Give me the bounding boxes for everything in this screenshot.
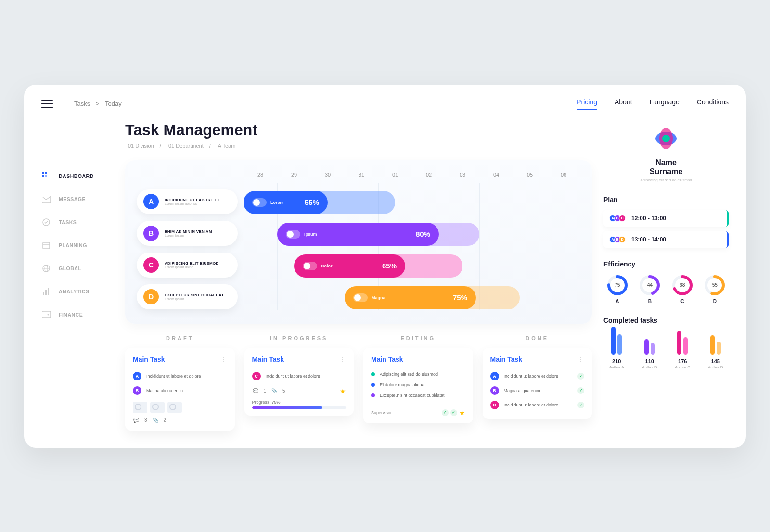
toggle-icon[interactable]: [303, 262, 317, 270]
gantt-task-card[interactable]: C ADIPISCING ELIT EIUSMODLorem ipsum dol…: [137, 253, 238, 278]
toggle-icon[interactable]: [252, 198, 267, 207]
svg-rect-4: [42, 196, 51, 203]
more-icon[interactable]: ⋮: [459, 355, 465, 363]
gantt-bar[interactable]: Lorem 55%: [244, 190, 580, 215]
avatar: A: [143, 194, 159, 209]
nav-about[interactable]: About: [615, 98, 632, 110]
profile-avatar[interactable]: [653, 125, 680, 152]
avatar: B: [143, 226, 159, 241]
svg-rect-0: [42, 172, 44, 174]
avatar: A: [133, 372, 141, 380]
efficiency-donut: 68 C: [668, 275, 696, 304]
more-icon[interactable]: ⋮: [220, 355, 227, 363]
check-icon: [578, 373, 584, 380]
sidebar-label: DASHBOARD: [59, 173, 94, 179]
gantt-chart: 28 29 30 31 01 02 03 04 05 06: [244, 172, 580, 310]
globe-icon: [41, 264, 51, 273]
breadcrumb: Tasks > Today: [72, 100, 577, 107]
nav-language[interactable]: Language: [650, 98, 680, 110]
efficiency-section: Efficiency 75 A 44 B 68 C 55: [603, 260, 729, 304]
bullet-icon: [371, 372, 375, 376]
attachment-icon: 📎: [152, 417, 159, 424]
bullet-icon: [371, 383, 375, 387]
check-icon: [450, 409, 457, 416]
gantt-panel: A INCIDIDUNT UT LABORE ETLorem ipsum dol…: [125, 160, 592, 324]
check-icon: [442, 409, 449, 416]
breadcrumb-item[interactable]: Tasks: [74, 100, 90, 107]
chart-icon: [41, 287, 51, 296]
plan-item[interactable]: ABD 13:00 - 14:00: [603, 231, 729, 248]
efficiency-donut: 44 B: [636, 275, 664, 304]
efficiency-donut: 55 D: [701, 275, 729, 304]
comment-icon: 💬: [252, 388, 259, 394]
calendar-icon: [41, 241, 51, 250]
sidebar-label: TASKS: [59, 219, 77, 225]
svg-rect-11: [43, 292, 44, 295]
sidebar-item-message[interactable]: MESSAGE: [41, 188, 114, 211]
gantt-task-card[interactable]: D EXCEPTEUR SINT OCCAECATLorem ipsum: [137, 284, 238, 309]
kanban-card[interactable]: Main Task ⋮ Adipiscing elit sed do eiusm…: [363, 348, 473, 423]
breadcrumb-item[interactable]: Today: [105, 100, 122, 107]
gantt-bar[interactable]: Ipsum 80%: [244, 222, 580, 247]
sidebar-item-finance[interactable]: FINANCE: [41, 303, 114, 326]
svg-rect-14: [42, 311, 51, 318]
svg-rect-3: [45, 175, 47, 177]
sidebar: DASHBOARD MESSAGE TASKS PLANNING GLOBAL …: [41, 121, 114, 431]
menu-icon[interactable]: [41, 100, 53, 108]
gantt-bar[interactable]: Dolor 65%: [244, 253, 580, 279]
header: Tasks > Today Pricing About Language Con…: [41, 98, 729, 110]
aside-panel: NameSurname Adipiscing elit sed do eiusm…: [603, 121, 729, 431]
kanban-col-editing: EDITING Main Task ⋮ Adipiscing elit sed …: [363, 335, 473, 431]
wallet-icon: [41, 310, 51, 319]
sidebar-item-tasks[interactable]: TASKS: [41, 211, 114, 234]
avatar: A: [490, 372, 499, 380]
svg-rect-1: [45, 172, 47, 174]
gantt-task-card[interactable]: B ENIM AD MINIM VENIAMLorem ipsum: [137, 221, 238, 246]
svg-point-18: [662, 135, 670, 142]
plan-item[interactable]: ABC 12:00 - 13:00: [603, 210, 729, 227]
kanban-card[interactable]: Main Task ⋮ AIncididunt ut labore et dol…: [483, 348, 592, 419]
check-icon: [578, 402, 584, 408]
kanban-col-done: DONE Main Task ⋮ AIncididunt ut labore e…: [483, 335, 592, 431]
kanban-card[interactable]: Main Task ⋮ CIncididunt ut labore et dol…: [244, 348, 354, 416]
sidebar-label: ANALYTICS: [59, 289, 90, 294]
avatar: D: [143, 289, 159, 304]
sidebar-label: PLANNING: [59, 242, 87, 248]
message-icon: [41, 194, 51, 204]
efficiency-donut: 75 A: [603, 275, 631, 304]
sidebar-label: MESSAGE: [59, 196, 86, 202]
nav-conditions[interactable]: Conditions: [697, 98, 729, 110]
page-title: Task Management: [125, 121, 592, 139]
svg-point-15: [48, 314, 49, 315]
nav-pricing[interactable]: Pricing: [577, 98, 597, 110]
toggle-icon[interactable]: [353, 293, 368, 302]
toggle-icon[interactable]: [286, 230, 300, 239]
svg-rect-12: [45, 290, 47, 295]
kanban-card[interactable]: Main Task ⋮ AIncididunt ut labore et dol…: [125, 348, 235, 431]
star-icon[interactable]: ★: [459, 409, 465, 417]
more-icon[interactable]: ⋮: [578, 355, 584, 363]
gantt-task-list: A INCIDIDUNT UT LABORE ETLorem ipsum dol…: [137, 172, 238, 310]
sidebar-item-analytics[interactable]: ANALYTICS: [41, 280, 114, 303]
svg-rect-2: [42, 175, 44, 177]
avatar: B: [490, 386, 499, 395]
completed-section: Completed tasks 210Author A 110Author B …: [603, 317, 729, 369]
sidebar-item-dashboard[interactable]: DASHBOARD: [41, 165, 114, 188]
gantt-task-card[interactable]: A INCIDIDUNT UT LABORE ETLorem ipsum dol…: [137, 189, 238, 214]
gantt-bar[interactable]: Magna 75%: [244, 285, 580, 310]
avatar: C: [143, 257, 159, 273]
kanban-col-draft: DRAFT Main Task ⋮ AIncididunt ut labore …: [125, 335, 235, 431]
avatar: C: [490, 401, 499, 409]
sidebar-item-planning[interactable]: PLANNING: [41, 234, 114, 257]
sidebar-item-global[interactable]: GLOBAL: [41, 257, 114, 280]
star-icon[interactable]: ★: [340, 387, 346, 395]
image-attachments: [133, 402, 227, 413]
grid-icon: [41, 171, 51, 181]
completed-bar-chart: 210Author A 110Author B 176Author C 145A…: [603, 331, 729, 369]
gantt-timeline-header: 28 29 30 31 01 02 03 04 05 06: [244, 172, 580, 183]
svg-rect-6: [43, 242, 50, 249]
check-circle-icon: [41, 217, 51, 227]
comment-icon: 💬: [133, 417, 140, 424]
avatar: C: [252, 372, 261, 380]
more-icon[interactable]: ⋮: [339, 355, 346, 363]
